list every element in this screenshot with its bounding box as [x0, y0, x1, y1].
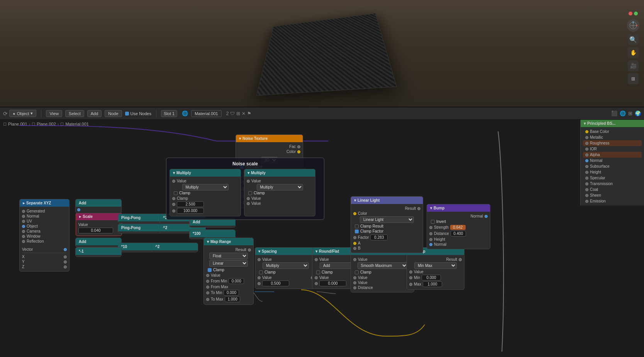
m2-val-in — [247, 180, 250, 183]
header-icon1[interactable]: ⬛ — [611, 110, 617, 116]
clamp-max-val[interactable] — [423, 281, 442, 287]
bump-node: ▾ Bump Normal Invert Strength 0.642 — [427, 204, 490, 249]
add-node-3-header[interactable]: Add — [76, 238, 121, 245]
rf-val-in — [315, 258, 318, 261]
pbsdf-height-in — [585, 171, 588, 174]
separate-xyz-node: ▸ Separate XYZ Generated Normal UV — [19, 199, 69, 272]
separate-xyz-header[interactable]: ▸ Separate XYZ — [20, 199, 69, 207]
ll-color-in — [353, 212, 356, 215]
power-3-header[interactable]: ^2 — [152, 243, 198, 250]
header-add-btn[interactable]: Add — [87, 110, 102, 117]
mr-tomin-val[interactable] — [224, 290, 239, 296]
socket-window — [22, 235, 25, 238]
m2-clamp-cb[interactable] — [248, 191, 252, 195]
sm-method-select[interactable]: Smooth Maximum — [358, 262, 408, 269]
rf-value-input[interactable] — [319, 280, 346, 286]
viewport-camera-icon[interactable]: 🎥 — [628, 60, 639, 71]
map-range-header[interactable]: ▾ Map Range — [204, 238, 253, 245]
map-range-result-out — [248, 248, 251, 252]
m1-value1-input[interactable] — [177, 201, 204, 207]
map-range-interp-select[interactable]: Linear — [209, 260, 248, 267]
slot-select[interactable]: Slot 1 — [161, 110, 177, 117]
node-canvas: ▸ Separate XYZ Generated Normal UV — [0, 120, 644, 357]
node-editor: ⟳ ● Object ▾ View Select Add Node Use No… — [0, 107, 644, 357]
pbsdf-subsurface-in — [585, 165, 588, 168]
header-icon3[interactable]: ⊞ — [628, 110, 632, 116]
rf-val2-in — [315, 276, 318, 279]
m1-clamp-cb[interactable] — [174, 191, 178, 195]
spacing-header[interactable]: ▾ Spacing — [255, 248, 316, 255]
viewport-zoom-icon[interactable]: 🔍 — [628, 34, 639, 45]
bump-dist-in — [429, 232, 432, 235]
ll-result-out — [417, 207, 420, 210]
mr-tomax-val[interactable] — [225, 296, 240, 302]
m1-method-select[interactable]: Multiply — [182, 184, 229, 190]
pbsdf-ior-in — [585, 148, 588, 151]
add-node-1-header[interactable]: Add — [76, 199, 121, 207]
collapse-icon: ▾ — [258, 249, 260, 253]
sm-clamp-cb[interactable] — [355, 270, 359, 274]
map-range-clamp-cb[interactable] — [208, 268, 212, 272]
mr-frommin-val[interactable] — [229, 278, 244, 284]
multiply-2-header[interactable]: ▾ Multiply — [244, 169, 315, 177]
rf-val3-in — [315, 282, 318, 285]
ll-clamp-factor-cb[interactable] — [355, 230, 359, 233]
carbon-fiber-plane — [256, 13, 397, 95]
header-icon2[interactable]: 🌐 — [620, 110, 626, 116]
principled-bsdf-header[interactable]: ▾ Principled BS... — [581, 120, 644, 127]
ll-b-in — [353, 247, 356, 250]
header-object-mode[interactable]: ● Object ▾ — [9, 110, 36, 117]
linear-light-header[interactable]: ▾ Linear Light — [351, 197, 423, 204]
viewport-rotate-gizmo[interactable]: Z — [627, 19, 639, 32]
clamp-result-out — [459, 258, 462, 261]
ll-method-select[interactable]: Linear Light — [360, 216, 414, 223]
viewport-pan-icon[interactable]: ✋ — [628, 47, 639, 58]
mr-tomax-in — [206, 298, 209, 301]
sp-val3-in — [258, 282, 261, 285]
multiply-1-header[interactable]: ▾ Multiply — [170, 169, 241, 177]
clamp-min-val[interactable] — [422, 275, 441, 280]
header-select-btn[interactable]: Select — [65, 110, 84, 117]
pbsdf-emission-in — [585, 200, 588, 203]
socket-vector — [64, 248, 67, 251]
viewport-ortho-icon[interactable]: ⊞ — [628, 73, 639, 84]
mul-neg1-header[interactable]: *-1 — [76, 248, 121, 255]
rf-clamp-cb[interactable] — [316, 270, 320, 274]
ll-factor-val[interactable] — [370, 235, 388, 240]
viewport-dot-green — [634, 12, 638, 15]
m1-val3-in — [172, 209, 175, 212]
header-icon4[interactable]: 🌍 — [635, 110, 641, 116]
material-name[interactable]: Material.001 — [191, 110, 222, 117]
socket-x-out — [64, 255, 67, 258]
socket-camera — [22, 230, 25, 233]
bump-invert-cb[interactable] — [431, 220, 435, 224]
header-view-btn[interactable]: View — [46, 110, 62, 117]
bump-dist-val[interactable] — [451, 231, 466, 236]
sp-value-input[interactable] — [262, 280, 289, 286]
clamp-type-select[interactable]: Min Max — [414, 262, 457, 269]
multiply-2-node: ▾ Multiply Value Multiply — [244, 169, 315, 216]
sm-val-in — [353, 258, 356, 261]
ll-clamp-result-cb[interactable] — [355, 224, 359, 228]
use-nodes-checkbox[interactable] — [125, 112, 129, 116]
pbsdf-sheen-in — [585, 194, 588, 197]
noise-texture-header[interactable]: ▾ Noise Texture — [236, 135, 303, 142]
sp-clamp-cb[interactable] — [259, 270, 263, 274]
collapse-icon: ▾ — [207, 240, 209, 244]
m1-value2-input[interactable] — [177, 208, 204, 214]
map-range-node: ▾ Map Range Result Float Linear — [203, 238, 254, 305]
add1-socket — [77, 208, 80, 211]
sp-method-select[interactable]: Multiply — [263, 262, 309, 269]
header-node-btn[interactable]: Node — [105, 110, 122, 117]
bump-strength-in — [429, 226, 432, 229]
ping-pong-1-header[interactable]: Ping-Pong — [118, 214, 164, 221]
scale-node-header[interactable]: ▸ Scale — [76, 213, 122, 220]
bump-header[interactable]: ▾ Bump — [427, 204, 490, 212]
m2-method-select[interactable]: Multiply — [257, 184, 303, 190]
pbsdf-specular-in — [585, 177, 588, 180]
map-range-type-select[interactable]: Float — [209, 253, 248, 259]
mul100-header[interactable]: *100 — [190, 230, 235, 237]
ping-pong-2-header[interactable]: Ping-Pong — [118, 224, 164, 231]
spacing-node: ▾ Spacing Value Multiply Clamp — [255, 247, 317, 289]
scale-value-input[interactable] — [78, 228, 113, 233]
